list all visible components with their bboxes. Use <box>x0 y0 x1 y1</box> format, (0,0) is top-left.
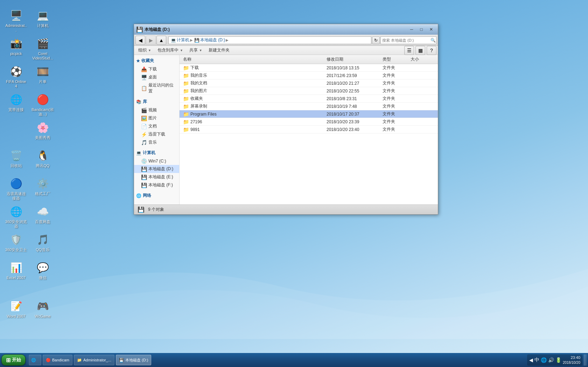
nav-item-video[interactable]: 🎬 视频 <box>134 106 179 114</box>
taskbar-disk-button[interactable]: 💾 本地磁盘 (D:) <box>116 355 151 365</box>
file-row-2[interactable]: 📁我的文档 2018/10/20 21:27 文件夹 <box>180 79 438 87</box>
maximize-button[interactable]: □ <box>417 26 426 33</box>
tray-arrow-icon[interactable]: ◀ <box>529 357 533 363</box>
file-row-3[interactable]: 📁我的图片 2018/10/20 22:55 文件夹 <box>180 87 438 95</box>
file-row-1[interactable]: 📁我的音乐 2017/12/6 23:59 文件夹 <box>180 72 438 79</box>
desktop-icon-qq[interactable]: 🐧 腾讯QQ <box>30 147 55 169</box>
broadband-icon: 🌐 <box>9 92 23 106</box>
nav-item-disk-e[interactable]: 💾 本地磁盘 (E:) <box>134 173 179 181</box>
explorer-window: 💾 本地磁盘 (D:) ─ □ ✕ ◀ ▶ ▲ 💻 计算机 ▶ 💾 本地磁盘 (… <box>134 24 438 215</box>
desktop-icon-meiritu[interactable]: 🌸 美图秀秀 <box>30 119 55 141</box>
menu-organize[interactable]: 组织 ▼ <box>135 47 154 54</box>
nav-item-pictures[interactable]: 🖼️ 图片 <box>134 114 179 122</box>
desktop-icon-format[interactable]: ⚙️ 格式工厂 <box>30 175 55 198</box>
refresh-button[interactable]: ↻ <box>372 36 380 44</box>
file-row-0[interactable]: 📁下载 2018/10/18 13:15 文件夹 <box>180 64 438 72</box>
computer-label: 计算机 <box>37 23 49 28</box>
search-input[interactable] <box>382 38 430 42</box>
desktop-icon-wcgame[interactable]: 🎮 WcGame <box>30 298 55 320</box>
tray-cn-icon[interactable]: 中 <box>534 357 539 363</box>
nav-item-desktop[interactable]: 🖥️ 桌面 <box>134 73 179 81</box>
qqmusic-label: QQ音乐 <box>36 248 49 252</box>
nav-library-header[interactable]: 📚 库 <box>134 97 179 106</box>
desktop-icon-baidu[interactable]: ☁️ 百度网盘 <box>30 203 55 226</box>
wechat-icon: 💬 <box>36 261 50 275</box>
file-row-5[interactable]: 📁屏幕录制 2018/10/19 7:48 文件夹 <box>180 103 438 110</box>
col-header-name[interactable]: 名称 <box>181 55 324 64</box>
file-row-4[interactable]: 📁收藏夹 2018/10/8 23:31 文件夹 <box>180 95 438 103</box>
menu-new-folder[interactable]: 新建文件夹 <box>206 47 232 54</box>
desktop-icon-film[interactable]: 🎞️ 片单 <box>30 63 55 85</box>
forward-button[interactable]: ▶ <box>146 36 156 45</box>
nav-item-download[interactable]: 📥 下载 <box>134 65 179 73</box>
file-row-8[interactable]: 📁9891 2018/10/20 23:40 文件夹 <box>180 126 438 133</box>
back-button[interactable]: ◀ <box>135 36 145 45</box>
tray-datetime[interactable]: 23:40 2018/10/20 <box>563 355 580 365</box>
nav-item-music[interactable]: 🎵 音乐 <box>134 138 179 146</box>
desktop-icon-recycle[interactable]: 🗑️ 回收站 <box>4 147 29 169</box>
desktop-icon-speed[interactable]: 🔵 迅雷高速连接器 <box>4 175 29 202</box>
qq-label: 腾讯QQ <box>36 164 49 168</box>
status-disk-icon: 💾 <box>138 206 145 213</box>
desktop-icon-qqmusic[interactable]: 🎵 QQ音乐 <box>30 231 55 254</box>
help-button[interactable]: ? <box>427 46 436 55</box>
nav-item-documents[interactable]: 📄 文档 <box>134 122 179 130</box>
desktop-icon-360browser[interactable]: 🌐 360安全浏览器 <box>4 203 29 230</box>
address-segment-computer[interactable]: 💻 计算机 ▶ <box>171 37 193 43</box>
desktop-icon-fifa[interactable]: ⚽ FIFA Online 4 <box>4 63 29 90</box>
taskbar-bandicam-button[interactable]: 🔴 Bandicam <box>43 355 72 365</box>
film-icon: 🎞️ <box>36 64 50 78</box>
nav-network-header[interactable]: 🌐 网络 <box>134 191 179 200</box>
desktop-icon-picpick[interactable]: 📸 picpick <box>4 35 29 57</box>
col-header-type[interactable]: 类型 <box>380 55 408 64</box>
picpick-icon: 📸 <box>9 36 23 50</box>
close-button[interactable]: ✕ <box>427 26 436 33</box>
file-row-6[interactable]: 📁Program Files 2018/10/17 20:37 文件夹 <box>180 110 438 118</box>
title-bar: 💾 本地磁盘 (D:) ─ □ ✕ <box>134 24 438 35</box>
desktop-icon-broadband[interactable]: 🌐 宽带连接 <box>4 91 29 113</box>
desktop-icon-excel[interactable]: 📊 Excel 2007 <box>4 259 29 282</box>
desktop-icons: 🖥️ Administrat... 📸 picpick ⚽ FIFA Onlin… <box>4 4 74 284</box>
taskbar-ie-button[interactable]: 🌐 <box>29 355 41 365</box>
desktop-icon-wechat[interactable]: 💬 微信 <box>30 259 55 282</box>
desktop-icon-administrator[interactable]: 🖥️ Administrat... <box>4 7 29 34</box>
start-button[interactable]: ⊞ 开始 <box>1 354 26 366</box>
nav-item-win7c[interactable]: 💿 Win7 (C:) <box>134 157 179 165</box>
minimize-button[interactable]: ─ <box>407 26 416 33</box>
tray-volume-icon[interactable]: 🔊 <box>548 357 554 363</box>
nav-item-disk-f[interactable]: 💾 本地磁盘 (F:) <box>134 181 179 189</box>
col-header-modified[interactable]: 修改日期 <box>324 55 380 64</box>
address-segment-disk[interactable]: 💾 本地磁盘 (D:) ▶ <box>194 37 229 43</box>
file-row-7[interactable]: 📁27196 2018/10/20 23:39 文件夹 <box>180 118 438 126</box>
nav-computer-header[interactable]: 💻 计算机 <box>134 148 179 157</box>
taskbar-admin-button[interactable]: 📁 Administrator_... <box>74 355 114 365</box>
desktop-icon-360guard[interactable]: 🛡️ 360安全卫士 <box>4 231 29 254</box>
tray-network-icon[interactable]: 🌐 <box>541 357 547 363</box>
view-list-button[interactable]: ☰ <box>404 46 414 55</box>
search-box[interactable]: 🔍 <box>380 36 436 44</box>
desktop-icon-bandicam[interactable]: 🔴 Bandicam(班迪...) <box>30 91 55 118</box>
meiritu-label: 美图秀秀 <box>35 136 50 140</box>
menu-share[interactable]: 共享 ▼ <box>187 47 205 54</box>
up-button[interactable]: ▲ <box>156 36 166 45</box>
360browser-icon: 🌐 <box>9 205 23 219</box>
search-icon[interactable]: 🔍 <box>430 38 436 43</box>
360guard-icon: 🛡️ <box>9 233 23 247</box>
column-headers: 名称 修改日期 类型 大小 <box>180 55 438 64</box>
nav-item-xunlei[interactable]: ⚡ 迅雷下载 <box>134 130 179 138</box>
address-bar[interactable]: 💻 计算机 ▶ 💾 本地磁盘 (D:) ▶ <box>168 36 371 44</box>
desktop-icon-corel[interactable]: 🎬 Corel VideoStud... <box>30 35 55 62</box>
col-header-size[interactable]: 大小 <box>408 55 436 64</box>
view-details-button[interactable]: ▦ <box>415 46 425 55</box>
word-label: Word 2007 <box>7 314 26 319</box>
baidu-icon: ☁️ <box>36 205 50 219</box>
desktop-icon-computer[interactable]: 💻 计算机 <box>30 7 55 29</box>
desktop-icon-word[interactable]: 📝 Word 2007 <box>4 298 29 320</box>
excel-icon: 📊 <box>9 261 23 275</box>
nav-favorites-header[interactable]: ★ 收藏夹 <box>134 56 179 65</box>
tray-battery-icon[interactable]: 🔋 <box>555 357 561 363</box>
nav-item-disk-d[interactable]: 💾 本地磁盘 (D:) <box>134 165 179 173</box>
menu-include-library[interactable]: 包含到库中 ▼ <box>155 47 186 54</box>
show-desktop-button[interactable] <box>584 354 587 366</box>
nav-item-recent[interactable]: 📋 最近访问的位置 <box>134 81 179 95</box>
